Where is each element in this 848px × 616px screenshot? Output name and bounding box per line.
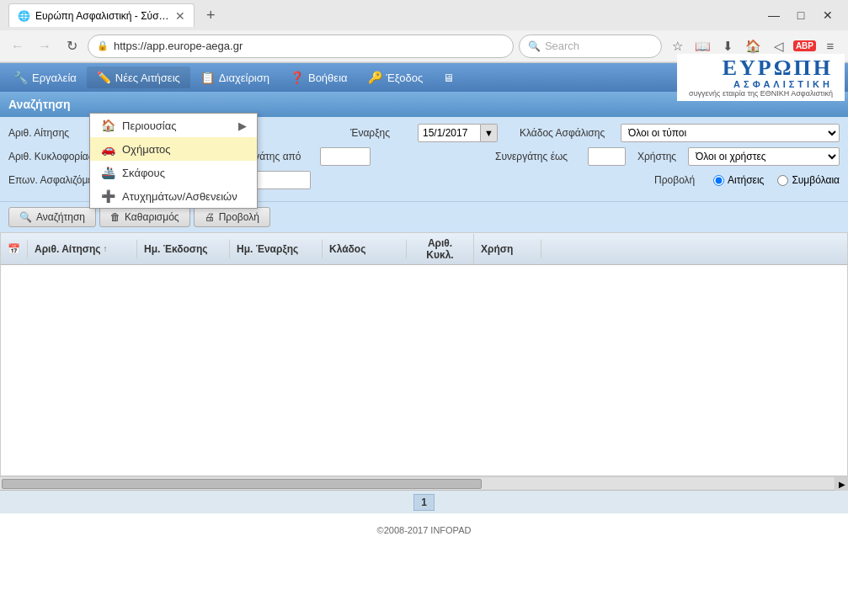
nav-management-label: Διαχείριση (219, 72, 269, 84)
new-requests-icon: ✏️ (97, 71, 111, 84)
nav-new-requests[interactable]: ✏️ Νέες Αιτήσεις (87, 66, 190, 88)
nav-management[interactable]: 📋 Διαχείριση (190, 66, 280, 88)
th-arith-kykl[interactable]: Αριθ. Κυκλ. (407, 234, 474, 264)
th-xrisi[interactable]: Χρήση (474, 240, 541, 258)
menu-item-oximatos[interactable]: 🚗 Οχήματος (90, 137, 257, 161)
preview-btn-icon: 🖨 (205, 211, 215, 223)
footer: ©2008-2017 INFOPAD (0, 517, 848, 544)
results-area: 📅 Αριθ. Αίτησης ↑ Ημ. Έκδοσης Ημ. Έναρξη… (0, 232, 848, 476)
search-button[interactable]: 🔍 Αναζήτηση (8, 207, 96, 227)
preview-btn-label: Προβολή (219, 211, 259, 223)
th-arith-aitisis-label: Αριθ. Αίτησης (35, 243, 101, 255)
provoli-aitiseis-label[interactable]: Αιτήσεις (713, 174, 764, 186)
search-input-placeholder: Search (545, 40, 579, 52)
menu-item-periousias[interactable]: 🏠 Περιουσίας ▶ (90, 114, 257, 137)
lock-icon: 🔒 (97, 40, 109, 51)
app-nav: 🔧 Εργαλεία ✏️ Νέες Αιτήσεις 📋 Διαχείριση… (0, 63, 848, 92)
clear-btn-icon: 🗑 (110, 211, 120, 223)
nav-help[interactable]: ❓ Βοήθεια (280, 66, 358, 88)
maximize-button[interactable]: □ (789, 3, 813, 27)
preview-button[interactable]: 🖨 Προβολή (194, 207, 270, 227)
active-tab[interactable]: 🌐 Ευρώπη Ασφαλιστική - Σύστ... ✕ (8, 3, 195, 27)
th-klados[interactable]: Κλάδος (323, 240, 407, 258)
provoli-symbola-label[interactable]: Συμβόλαια (777, 174, 840, 186)
search-btn-icon: 🔍 (19, 211, 32, 223)
logo-sub: ΑΣΦΑΛΙΣΤΙΚΗ (733, 79, 833, 89)
provoli-radio-group: Αιτήσεις Συμβόλαια (713, 174, 840, 186)
help-icon: ❓ (290, 71, 304, 84)
th-hm-ekdosis[interactable]: Ημ. Έκδοσης (137, 240, 230, 258)
nav-tools-label: Εργαλεία (32, 72, 77, 84)
logo-main: ΕΥΡΩΠΗ (723, 57, 833, 79)
hscroll-bar[interactable]: ▶ (0, 476, 848, 490)
skafous-icon: 🚢 (100, 166, 115, 179)
klados-select[interactable]: Όλοι οι τύποι (621, 124, 840, 142)
exit-icon: 🔑 (368, 71, 382, 84)
table-body (1, 265, 847, 475)
arith-kykl-label: Αριθ. Κυκλοφορίας (8, 151, 101, 162)
back-button[interactable]: ← (7, 35, 29, 57)
xristis-label: Χρήστης (637, 151, 680, 162)
nav-extra-icon[interactable]: 🖥 (433, 67, 464, 88)
nav-exit[interactable]: 🔑 Έξοδος (358, 66, 434, 88)
search-icon: 🔍 (528, 40, 541, 52)
table-header: 📅 Αριθ. Αίτησης ↑ Ημ. Έκδοσης Ημ. Έναρξη… (1, 233, 847, 265)
menu-item-skafous-label: Σκάφους (122, 167, 165, 179)
page-number[interactable]: 1 (413, 494, 435, 511)
hscroll-thumb[interactable] (2, 479, 482, 489)
url-bar[interactable]: 🔒 https://app.europe-aega.gr (88, 35, 514, 58)
hscroll-right-arrow[interactable]: ▶ (835, 477, 848, 491)
search-btn-label: Αναζήτηση (36, 211, 85, 223)
tab-title: Ευρώπη Ασφαλιστική - Σύστ... (35, 10, 170, 22)
footer-text: ©2008-2017 INFOPAD (377, 525, 472, 535)
adblock-badge[interactable]: ABP (793, 40, 816, 51)
th-scroll (541, 246, 555, 252)
th-hm-enarksis[interactable]: Ημ. Έναρξης (230, 240, 323, 258)
menu-item-atychimaton-label: Ατυχημάτων/Ασθενειών (122, 190, 237, 203)
nav-new-requests-label: Νέες Αιτήσεις (115, 72, 180, 84)
panel-title: Αναζήτηση (8, 98, 71, 111)
provoli-aitiseis-radio[interactable] (713, 175, 724, 186)
enarixis-date-picker-button[interactable]: ▼ (481, 124, 498, 142)
tab-close-button[interactable]: ✕ (175, 9, 185, 23)
provoli-aitiseis-text: Αιτήσεις (728, 174, 764, 186)
enarixis-date-input[interactable] (418, 124, 481, 142)
new-tab-button[interactable]: + (201, 7, 221, 24)
th-hm-ekdosis-label: Ημ. Έκδοσης (144, 243, 208, 255)
nav-help-label: Βοήθεια (308, 72, 348, 84)
enarixis-label: Έναρξης (350, 127, 409, 139)
menu-item-skafous[interactable]: 🚢 Σκάφους (90, 161, 257, 184)
menu-item-atychimaton[interactable]: ➕ Ατυχημάτων/Ασθενειών (90, 184, 257, 208)
klados-label: Κλάδος Ασφάλισης (520, 127, 612, 139)
th-arith-aitisis[interactable]: Αριθ. Αίτησης ↑ (28, 240, 137, 258)
periousias-icon: 🏠 (100, 119, 115, 132)
search-box[interactable]: 🔍 Search (519, 35, 662, 58)
provoli-label: Προβολή (654, 174, 705, 186)
sort-asc-icon: ↑ (104, 244, 108, 253)
nav-tools[interactable]: 🔧 Εργαλεία (3, 66, 87, 88)
logo-area: ΕΥΡΩΠΗ ΑΣΦΑΛΙΣΤΙΚΗ συγγενής εταιρία της … (677, 54, 845, 101)
synergatis-eos-input[interactable] (588, 147, 626, 166)
synergatis-eos-label: Συνεργάτης έως (495, 151, 579, 162)
forward-button[interactable]: → (34, 35, 56, 57)
th-icon: 📅 (1, 240, 28, 258)
provoli-symbola-radio[interactable] (777, 175, 788, 186)
tab-strip: 🌐 Ευρώπη Ασφαλιστική - Σύστ... ✕ + (8, 3, 221, 27)
close-button[interactable]: ✕ (816, 3, 840, 27)
clear-button[interactable]: 🗑 Καθαρισμός (99, 207, 190, 227)
url-text: https://app.europe-aega.gr (114, 40, 504, 52)
arith-aitisis-label: Αριθ. Αίτησης (8, 127, 101, 139)
refresh-button[interactable]: ↻ (61, 35, 83, 57)
oximatos-icon: 🚗 (100, 142, 115, 156)
xristis-select[interactable]: Όλοι οι χρήστες (688, 147, 840, 166)
tools-icon: 🔧 (13, 71, 28, 84)
menu-item-periousias-label: Περιουσίας (122, 119, 177, 132)
th-xrisi-label: Χρήση (481, 243, 513, 255)
monitor-icon: 🖥 (443, 72, 454, 84)
th-klados-label: Κλάδος (329, 243, 365, 255)
minimize-button[interactable]: — (762, 3, 786, 27)
logo-tagline: συγγενής εταιρία της ΕΘΝΙΚΗ Ασφαλιστική (689, 89, 833, 98)
management-icon: 📋 (200, 71, 215, 84)
pagination-bar: 1 (0, 490, 848, 513)
synergatis-apo-input[interactable] (320, 147, 371, 166)
